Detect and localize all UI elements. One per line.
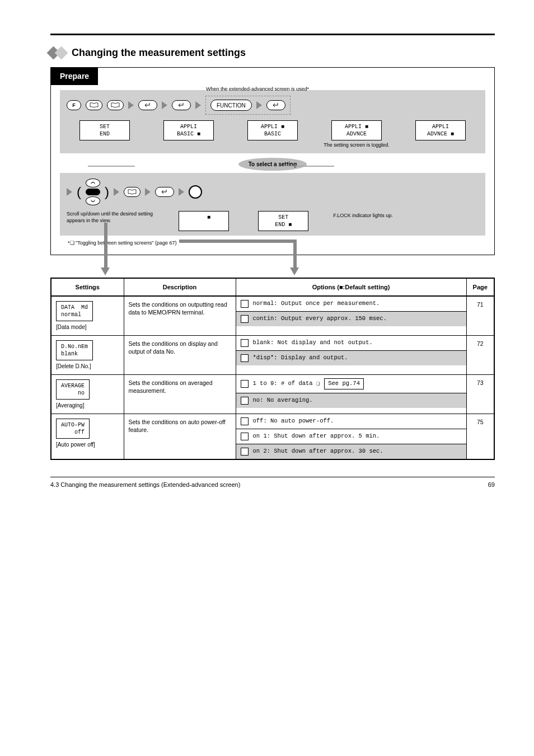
table-row: DATA Md normal[Data mode]Sets the condit… xyxy=(51,296,494,336)
flow-band-1: F When the extended-advanced screen is u… xyxy=(60,90,485,153)
option-row: normal: Output once per measurement. xyxy=(236,297,466,312)
options-cell: blank: Not display and not output.*disp*… xyxy=(236,336,466,375)
option-label: normal: Output once per measurement. xyxy=(253,300,380,308)
table-row: D.No.nEm blank[Delete D.No.]Sets the con… xyxy=(51,336,494,375)
checkbox-icon xyxy=(241,300,249,308)
option-row: blank: Not display and not output. xyxy=(236,336,466,351)
flow2-scroll-hint: Scroll up/down until the desired setting… xyxy=(67,211,160,224)
flow2-cell-0: ■ xyxy=(168,211,240,231)
arrow-right-icon xyxy=(145,188,151,196)
panel-tab: Prepare xyxy=(51,68,98,84)
book-button-icon xyxy=(107,100,124,110)
footer-left: 4.3 Changing the measurement settings (E… xyxy=(50,481,240,489)
top-rule xyxy=(50,34,495,35)
flow2-cell-1: SET END ■ xyxy=(247,211,319,231)
enter-button-icon xyxy=(266,100,285,110)
option-label: on 2: Shut down after approx. 30 sec. xyxy=(253,448,383,456)
option-label: blank: Not display and not output. xyxy=(253,339,373,347)
settings-cell: AVERAGE no[Averaging] xyxy=(51,375,124,414)
flow2-dial-caption: F.LOCK indicator lights up. xyxy=(327,211,399,219)
settings-display-box: AVERAGE no xyxy=(56,379,90,400)
settings-display-box: DATA Md normal xyxy=(56,301,93,321)
page-cell: 75 xyxy=(466,414,494,460)
dial-caption: F.LOCK indicator lights up. xyxy=(333,213,393,219)
settings-cell: AUTO-PW off[Auto power off] xyxy=(51,414,124,460)
see-page-box: See pg.74 xyxy=(324,378,364,389)
table-row: AUTO-PW off[Auto power off]Sets the cond… xyxy=(51,414,494,460)
option-row: 1 to 9: # of data ❑ See pg.74 xyxy=(236,375,466,393)
display-box: APPLI BASIC ■ xyxy=(163,120,214,140)
option-label: *disp*: Display and output. xyxy=(253,354,348,362)
options-cell: normal: Output once per measurement.cont… xyxy=(236,296,466,336)
options-cell: off: No auto power-off.on 1: Shut down a… xyxy=(236,414,466,460)
table-row: AVERAGE no[Averaging]Sets the conditions… xyxy=(51,375,494,414)
prepare-panel: Prepare F When the extended-advanced scr… xyxy=(50,67,495,255)
th-page: Page xyxy=(466,278,494,296)
enter-button-icon xyxy=(138,100,157,110)
arrow-right-icon xyxy=(162,101,167,109)
display-box: APPLI ■ BASIC xyxy=(247,120,298,140)
book-button-icon xyxy=(124,187,140,197)
table-connector xyxy=(50,255,495,278)
th-description: Description xyxy=(124,278,236,296)
settings-table: Settings Description Options (■:Default … xyxy=(50,278,495,460)
settings-label: [Auto power off] xyxy=(56,441,119,448)
enter-button-icon xyxy=(155,187,174,197)
option-label: 1 to 9: # of data ❑ xyxy=(253,380,320,388)
settings-label: [Delete D.No.] xyxy=(56,363,119,370)
arrow-right-icon xyxy=(195,101,201,109)
checkbox-icon xyxy=(241,315,249,323)
display-box: SET END xyxy=(79,120,130,140)
page-footer: 4.3 Changing the measurement settings (E… xyxy=(50,477,495,489)
option-row: no: No averaging. xyxy=(236,393,466,408)
display-box: SET END ■ xyxy=(258,211,308,231)
button-f-icon: F xyxy=(67,100,81,110)
book-button-icon xyxy=(86,100,102,110)
display-box: APPLI ADVNCE ■ xyxy=(415,120,466,140)
dial-button-icon xyxy=(189,185,202,199)
option-row: off: No auto power-off. xyxy=(236,414,466,429)
settings-cell: D.No.nEm blank[Delete D.No.] xyxy=(51,336,124,375)
arrow-right-icon xyxy=(67,188,72,196)
checkbox-icon xyxy=(241,380,249,388)
checkbox-icon xyxy=(241,354,249,362)
checkbox-icon xyxy=(241,448,249,456)
th-settings: Settings xyxy=(51,278,124,296)
option-label: no: No averaging. xyxy=(253,397,313,405)
section-title-row: Changing the measurement settings xyxy=(50,46,495,59)
description-cell: Sets the conditions on auto power-off fe… xyxy=(124,414,236,460)
flow1-cell-3: APPLI ■ ADVNCE The setting screen is tog… xyxy=(318,120,395,149)
checkbox-icon xyxy=(241,417,249,425)
flow1-cell-0: SET END xyxy=(67,120,143,140)
page-cell: 73 xyxy=(466,375,494,414)
flow1-cell-4: APPLI ADVNCE ■ xyxy=(402,120,479,140)
oval-connector: To select a setting xyxy=(60,158,485,171)
section-heading: Changing the measurement settings xyxy=(72,46,246,59)
option-row: on 2: Shut down after approx. 30 sec. xyxy=(236,444,466,459)
settings-label: [Averaging] xyxy=(56,402,119,409)
function-button-icon: FUNCTION xyxy=(210,100,252,111)
footer-right: 69 xyxy=(488,481,495,489)
flow-band-2: ( ) Scroll up/down un xyxy=(60,173,485,236)
option-label: contin: Output every approx. 150 msec. xyxy=(253,315,387,323)
oval-label: To select a setting xyxy=(238,158,307,171)
arrow-right-icon xyxy=(128,101,134,109)
description-cell: Sets the conditions on outputting read d… xyxy=(124,296,236,336)
settings-cell: DATA Md normal[Data mode] xyxy=(51,296,124,336)
option-label: on 1: Shut down after approx. 5 min. xyxy=(253,433,380,440)
arrow-right-icon xyxy=(114,188,119,196)
settings-label: [Data mode] xyxy=(56,323,119,331)
th-options: Options (■:Default setting) xyxy=(236,278,466,296)
option-row: *disp*: Display and output. xyxy=(236,351,466,365)
description-cell: Sets the conditions on averaged measurem… xyxy=(124,375,236,414)
up-down-buttons-icon xyxy=(86,179,100,205)
page-cell: 72 xyxy=(466,336,494,375)
checkbox-icon xyxy=(241,339,249,347)
enter-button-icon xyxy=(172,100,191,110)
description-cell: Sets the conditions on display and outpu… xyxy=(124,336,236,375)
dashed-note: When the extended-advanced screen is use… xyxy=(206,86,290,93)
settings-display-box: AUTO-PW off xyxy=(56,419,90,439)
scroll-hint-text: Scroll up/down until the desired setting… xyxy=(67,211,160,224)
checkbox-icon xyxy=(241,397,249,405)
flow1-cell-1: APPLI BASIC ■ xyxy=(151,120,227,140)
